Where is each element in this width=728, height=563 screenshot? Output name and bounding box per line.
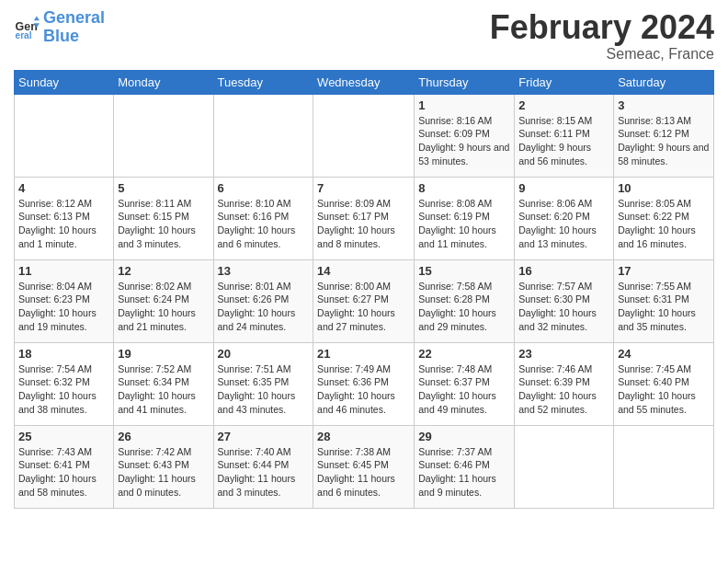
day-number: 21 — [317, 347, 410, 361]
calendar-week-2: 4Sunrise: 8:12 AMSunset: 6:13 PMDaylight… — [15, 177, 714, 259]
day-number: 28 — [317, 430, 410, 443]
calendar-cell: 8Sunrise: 8:08 AMSunset: 6:19 PMDaylight… — [415, 177, 515, 259]
calendar-cell: 18Sunrise: 7:54 AMSunset: 6:32 PMDayligh… — [15, 342, 114, 425]
svg-marker-2 — [34, 16, 40, 20]
day-number: 11 — [18, 264, 109, 278]
calendar-title: February 2024 — [490, 9, 714, 46]
calendar-cell: 29Sunrise: 7:37 AMSunset: 6:46 PMDayligh… — [415, 425, 515, 508]
day-info: Sunrise: 7:54 AMSunset: 6:32 PMDaylight:… — [18, 362, 109, 417]
day-number: 2 — [518, 98, 609, 112]
calendar-cell: 14Sunrise: 8:00 AMSunset: 6:27 PMDayligh… — [313, 259, 415, 342]
calendar-cell: 13Sunrise: 8:01 AMSunset: 6:26 PMDayligh… — [213, 259, 313, 342]
day-number: 12 — [118, 264, 209, 278]
day-info: Sunrise: 8:02 AMSunset: 6:24 PMDaylight:… — [118, 280, 209, 334]
day-info: Sunrise: 8:10 AMSunset: 6:16 PMDaylight:… — [218, 197, 310, 251]
calendar-cell: 2Sunrise: 8:15 AMSunset: 6:11 PMDaylight… — [515, 94, 614, 177]
day-number: 1 — [418, 98, 510, 112]
calendar-subtitle: Semeac, France — [490, 46, 714, 63]
day-number: 29 — [418, 430, 510, 443]
day-number: 15 — [418, 264, 510, 278]
calendar-week-4: 18Sunrise: 7:54 AMSunset: 6:32 PMDayligh… — [15, 342, 714, 425]
day-number: 6 — [218, 181, 310, 195]
day-info: Sunrise: 8:12 AMSunset: 6:13 PMDaylight:… — [18, 197, 109, 251]
day-info: Sunrise: 7:38 AMSunset: 6:45 PMDaylight:… — [317, 445, 410, 500]
logo-icon: Gen eral — [14, 15, 40, 40]
day-info: Sunrise: 7:49 AMSunset: 6:36 PMDaylight:… — [317, 362, 410, 417]
day-number: 16 — [518, 264, 609, 278]
calendar-table: Sunday Monday Tuesday Wednesday Thursday… — [14, 70, 714, 509]
day-number: 3 — [618, 98, 710, 112]
svg-text:eral: eral — [16, 30, 32, 40]
calendar-cell: 9Sunrise: 8:06 AMSunset: 6:20 PMDaylight… — [515, 177, 614, 259]
day-number: 5 — [118, 181, 209, 195]
day-info: Sunrise: 8:08 AMSunset: 6:19 PMDaylight:… — [418, 197, 510, 251]
col-tuesday: Tuesday — [213, 70, 313, 94]
day-number: 19 — [118, 347, 209, 361]
col-saturday: Saturday — [614, 70, 714, 94]
calendar-cell: 27Sunrise: 7:40 AMSunset: 6:44 PMDayligh… — [213, 425, 313, 508]
calendar-cell — [114, 94, 213, 177]
calendar-cell: 26Sunrise: 7:42 AMSunset: 6:43 PMDayligh… — [114, 425, 213, 508]
logo-text: GeneralBlue — [43, 9, 105, 46]
calendar-cell — [515, 425, 614, 508]
day-info: Sunrise: 8:01 AMSunset: 6:26 PMDaylight:… — [218, 280, 310, 334]
calendar-cell: 7Sunrise: 8:09 AMSunset: 6:17 PMDaylight… — [313, 177, 415, 259]
calendar-cell: 22Sunrise: 7:48 AMSunset: 6:37 PMDayligh… — [415, 342, 515, 425]
day-number: 22 — [418, 347, 510, 361]
calendar-cell — [213, 94, 313, 177]
title-block: February 2024 Semeac, France — [490, 9, 714, 63]
col-sunday: Sunday — [15, 70, 114, 94]
calendar-cell: 19Sunrise: 7:52 AMSunset: 6:34 PMDayligh… — [114, 342, 213, 425]
day-info: Sunrise: 8:04 AMSunset: 6:23 PMDaylight:… — [18, 280, 109, 334]
calendar-cell — [15, 94, 114, 177]
day-info: Sunrise: 8:06 AMSunset: 6:20 PMDaylight:… — [518, 197, 609, 251]
logo: Gen eral GeneralBlue — [14, 9, 105, 46]
calendar-week-1: 1Sunrise: 8:16 AMSunset: 6:09 PMDaylight… — [15, 94, 714, 177]
day-info: Sunrise: 7:45 AMSunset: 6:40 PMDaylight:… — [618, 362, 710, 417]
day-number: 7 — [317, 181, 410, 195]
day-info: Sunrise: 7:58 AMSunset: 6:28 PMDaylight:… — [418, 280, 510, 334]
day-info: Sunrise: 8:13 AMSunset: 6:12 PMDaylight:… — [618, 114, 710, 168]
day-number: 23 — [518, 347, 609, 361]
page-header: Gen eral GeneralBlue February 2024 Semea… — [14, 9, 714, 63]
calendar-cell: 5Sunrise: 8:11 AMSunset: 6:15 PMDaylight… — [114, 177, 213, 259]
day-number: 25 — [18, 430, 109, 443]
day-info: Sunrise: 7:43 AMSunset: 6:41 PMDaylight:… — [18, 445, 109, 500]
day-info: Sunrise: 7:37 AMSunset: 6:46 PMDaylight:… — [418, 445, 510, 500]
day-info: Sunrise: 7:57 AMSunset: 6:30 PMDaylight:… — [518, 280, 609, 334]
col-monday: Monday — [114, 70, 213, 94]
calendar-week-5: 25Sunrise: 7:43 AMSunset: 6:41 PMDayligh… — [15, 425, 714, 508]
day-info: Sunrise: 7:46 AMSunset: 6:39 PMDaylight:… — [518, 362, 609, 417]
day-number: 27 — [218, 430, 310, 443]
calendar-cell: 16Sunrise: 7:57 AMSunset: 6:30 PMDayligh… — [515, 259, 614, 342]
day-number: 14 — [317, 264, 410, 278]
calendar-cell: 23Sunrise: 7:46 AMSunset: 6:39 PMDayligh… — [515, 342, 614, 425]
calendar-cell: 1Sunrise: 8:16 AMSunset: 6:09 PMDaylight… — [415, 94, 515, 177]
calendar-cell: 3Sunrise: 8:13 AMSunset: 6:12 PMDaylight… — [614, 94, 714, 177]
day-number: 4 — [18, 181, 109, 195]
calendar-cell — [313, 94, 415, 177]
col-thursday: Thursday — [415, 70, 515, 94]
day-info: Sunrise: 7:40 AMSunset: 6:44 PMDaylight:… — [218, 445, 310, 500]
day-number: 24 — [618, 347, 710, 361]
calendar-cell: 12Sunrise: 8:02 AMSunset: 6:24 PMDayligh… — [114, 259, 213, 342]
day-number: 17 — [618, 264, 710, 278]
col-friday: Friday — [515, 70, 614, 94]
calendar-cell: 28Sunrise: 7:38 AMSunset: 6:45 PMDayligh… — [313, 425, 415, 508]
calendar-cell: 20Sunrise: 7:51 AMSunset: 6:35 PMDayligh… — [213, 342, 313, 425]
day-info: Sunrise: 8:09 AMSunset: 6:17 PMDaylight:… — [317, 197, 410, 251]
calendar-cell — [614, 425, 714, 508]
day-info: Sunrise: 8:00 AMSunset: 6:27 PMDaylight:… — [317, 280, 410, 334]
day-number: 9 — [518, 181, 609, 195]
day-info: Sunrise: 8:16 AMSunset: 6:09 PMDaylight:… — [418, 114, 510, 168]
calendar-cell: 11Sunrise: 8:04 AMSunset: 6:23 PMDayligh… — [15, 259, 114, 342]
day-number: 10 — [618, 181, 710, 195]
calendar-week-3: 11Sunrise: 8:04 AMSunset: 6:23 PMDayligh… — [15, 259, 714, 342]
day-info: Sunrise: 7:42 AMSunset: 6:43 PMDaylight:… — [118, 445, 209, 500]
day-number: 13 — [218, 264, 310, 278]
day-info: Sunrise: 7:55 AMSunset: 6:31 PMDaylight:… — [618, 280, 710, 334]
day-number: 26 — [118, 430, 209, 443]
day-info: Sunrise: 7:48 AMSunset: 6:37 PMDaylight:… — [418, 362, 510, 417]
calendar-cell: 15Sunrise: 7:58 AMSunset: 6:28 PMDayligh… — [415, 259, 515, 342]
calendar-cell: 25Sunrise: 7:43 AMSunset: 6:41 PMDayligh… — [15, 425, 114, 508]
